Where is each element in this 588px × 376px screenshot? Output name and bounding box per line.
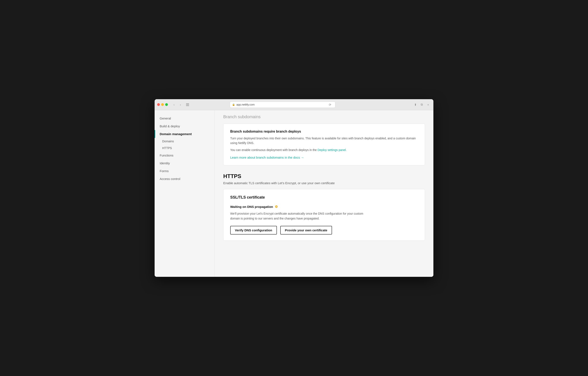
- reload-button[interactable]: ⟳: [327, 102, 333, 108]
- ssl-card: SSL/TLS certificate Waiting on DNS propa…: [223, 189, 425, 241]
- branch-subdomains-section: Branch subdomains Branch subdomains requ…: [223, 114, 425, 165]
- deploy-settings-link[interactable]: Deploy settings panel.: [318, 148, 347, 152]
- branch-subdomains-title: Branch subdomains: [223, 114, 425, 119]
- dns-status: Waiting on DNS propagation ⚙: [230, 205, 418, 209]
- new-tab-button[interactable]: +: [425, 102, 431, 107]
- minimize-button[interactable]: [161, 103, 164, 106]
- address-bar[interactable]: 🔒 app.netlify.com ⟳: [230, 101, 336, 108]
- provide-certificate-button[interactable]: Provide your own certificate: [280, 226, 332, 234]
- sidebar-item-forms[interactable]: Forms: [155, 167, 215, 175]
- ssl-button-row: Verify DNS configuration Provide your ow…: [230, 226, 418, 234]
- branch-subdomains-docs-link[interactable]: Learn more about branch subdomains in th…: [230, 156, 418, 159]
- maximize-button[interactable]: [165, 103, 168, 106]
- tab-manage-button[interactable]: ⧉: [419, 102, 425, 107]
- verify-dns-button[interactable]: Verify DNS configuration: [230, 226, 277, 234]
- branch-subdomains-text2: You can enable continuous deployment wit…: [230, 148, 418, 152]
- close-button[interactable]: [157, 103, 160, 106]
- gear-icon: ⚙: [275, 205, 278, 209]
- ssl-card-title: SSL/TLS certificate: [230, 195, 418, 200]
- sidebar: General Build & deploy Domain management…: [155, 110, 215, 277]
- browser-actions: ⬆ ⧉ +: [413, 102, 431, 107]
- sidebar-item-functions[interactable]: Functions: [155, 151, 215, 159]
- sidebar-item-identity[interactable]: Identity: [155, 159, 215, 167]
- branch-subdomains-text1: Turn your deployed branches into their o…: [230, 136, 418, 145]
- branch-subdomains-card-title: Branch subdomains require branch deploys: [230, 130, 418, 133]
- svg-rect-2: [186, 106, 189, 106]
- sidebar-subitem-https[interactable]: HTTPS: [155, 145, 215, 151]
- https-section: HTTPS Enable automatic TLS certificates …: [223, 173, 425, 241]
- back-button[interactable]: ‹: [171, 102, 177, 107]
- dns-status-text: Waiting on DNS propagation: [230, 205, 273, 209]
- nav-buttons: ‹ ›: [171, 102, 183, 107]
- card-text2-prefix: You can enable continuous deployment wit…: [230, 148, 318, 152]
- sidebar-subitem-domains[interactable]: Domains: [155, 138, 215, 145]
- svg-rect-0: [186, 103, 189, 104]
- https-title: HTTPS: [223, 173, 425, 179]
- sidebar-item-access-control[interactable]: Access control: [155, 175, 215, 183]
- browser-chrome: ‹ › 🔒 app.netlify.com ⟳ ⬆ ⧉ +: [155, 99, 433, 110]
- sidebar-item-domain-management[interactable]: Domain management: [155, 130, 215, 138]
- sidebar-toggle-button[interactable]: [185, 102, 190, 107]
- branch-subdomains-card: Branch subdomains require branch deploys…: [223, 123, 425, 165]
- browser-window: ‹ › 🔒 app.netlify.com ⟳ ⬆ ⧉ + General Bu…: [155, 99, 433, 277]
- sidebar-item-build-deploy[interactable]: Build & deploy: [155, 122, 215, 130]
- main-content: Branch subdomains Branch subdomains requ…: [215, 110, 433, 277]
- url-text: app.netlify.com: [236, 103, 254, 106]
- svg-rect-1: [186, 104, 189, 105]
- forward-button[interactable]: ›: [178, 102, 183, 107]
- lock-icon: 🔒: [232, 103, 235, 106]
- traffic-lights: [157, 103, 168, 106]
- browser-content: General Build & deploy Domain management…: [155, 110, 433, 277]
- sidebar-item-general[interactable]: General: [155, 114, 215, 122]
- dns-propagation-text: We'll provision your Let's Encrypt certi…: [230, 211, 365, 221]
- https-header: HTTPS Enable automatic TLS certificates …: [223, 173, 425, 185]
- share-button[interactable]: ⬆: [413, 102, 418, 107]
- https-subtitle: Enable automatic TLS certificates with L…: [223, 181, 425, 185]
